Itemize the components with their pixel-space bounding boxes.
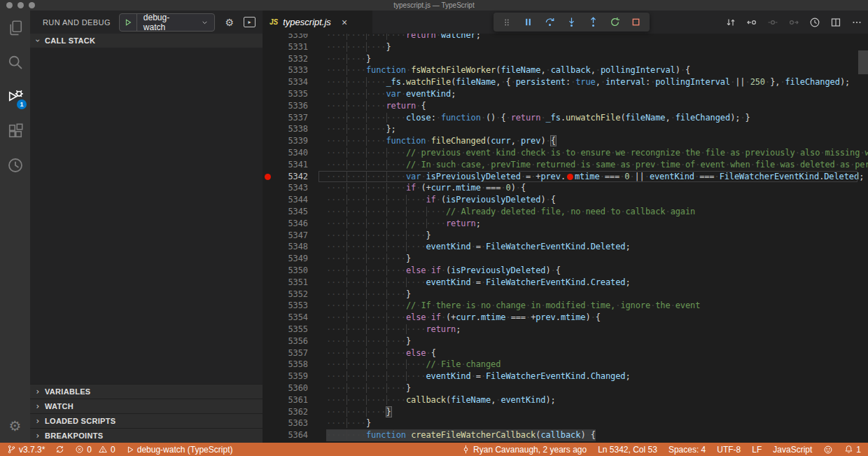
code-line-5353[interactable]: 5353················//·If·there·is·no·ch…: [262, 300, 868, 312]
editor-gutter[interactable]: 5362: [262, 406, 326, 418]
code-line-5334[interactable]: 5334············_fs.watchFile(fileName,·…: [262, 76, 868, 88]
next-change-button[interactable]: [788, 17, 799, 28]
breakpoint-margin[interactable]: [262, 100, 274, 112]
call-stack-content[interactable]: [30, 48, 262, 384]
code-line-5349[interactable]: 5349················}: [262, 253, 868, 265]
zoom-window-button[interactable]: [29, 2, 35, 8]
code-line-5339[interactable]: 5339············function·fileChanged(cur…: [262, 135, 868, 147]
breakpoint-indicator[interactable]: [262, 171, 274, 183]
code-line-5354[interactable]: 5354················else·if·(+curr.mtime…: [262, 312, 868, 324]
editor-gutter[interactable]: 5341: [262, 159, 326, 171]
breakpoint-margin[interactable]: [262, 312, 274, 324]
editor-gutter[interactable]: 5361: [262, 394, 326, 406]
breakpoint-margin[interactable]: [262, 206, 274, 218]
breakpoint-margin[interactable]: [262, 359, 274, 371]
editor-gutter[interactable]: 5358: [262, 359, 326, 371]
editor-gutter[interactable]: 5363: [262, 417, 326, 429]
code-line-5362[interactable]: 5362············}: [262, 406, 868, 418]
code-line-5350[interactable]: 5350················else·if·(isPreviousl…: [262, 265, 868, 277]
code-line-5336[interactable]: 5336············return·{: [262, 100, 868, 112]
loaded-scripts-section-header[interactable]: › LOADED SCRIPTS: [30, 413, 262, 428]
breakpoints-section-header[interactable]: › BREAKPOINTS: [30, 428, 262, 443]
editor-gutter[interactable]: 5335: [262, 88, 326, 100]
previous-change-button[interactable]: [746, 17, 757, 28]
manage-button[interactable]: ⚙: [0, 408, 30, 443]
code-line-5364[interactable]: 5364········function·createFileWatcherCa…: [262, 429, 868, 441]
open-debug-console-button[interactable]: ▸: [244, 17, 255, 27]
breakpoint-margin[interactable]: [262, 53, 274, 65]
toolbar-drag-handle[interactable]: [499, 15, 514, 30]
problems-status[interactable]: 0 0: [75, 445, 115, 455]
code-line-5360[interactable]: 5360················}: [262, 382, 868, 394]
editor-gutter[interactable]: 5348: [262, 241, 326, 253]
editor-gutter[interactable]: 5338: [262, 123, 326, 135]
sidebar-item-time-extension[interactable]: [0, 148, 30, 182]
cursor-position-status[interactable]: Ln 5342, Col 53: [598, 445, 657, 455]
breakpoint-margin[interactable]: [262, 123, 274, 135]
breakpoint-margin[interactable]: [262, 41, 274, 53]
breakpoint-margin[interactable]: [262, 289, 274, 300]
breakpoint-margin[interactable]: [262, 429, 274, 441]
variables-section-header[interactable]: › VARIABLES: [30, 384, 262, 399]
editor-gutter[interactable]: 5333: [262, 64, 326, 76]
editor-gutter[interactable]: 5353: [262, 300, 326, 312]
breakpoint-margin[interactable]: [262, 417, 274, 429]
editor-gutter[interactable]: 5336: [262, 100, 326, 112]
sidebar-item-extensions[interactable]: [0, 113, 30, 148]
code-line-5340[interactable]: 5340················//·previous·event·ki…: [262, 147, 868, 159]
breakpoint-margin[interactable]: [262, 371, 274, 382]
editor-gutter[interactable]: 5355: [262, 324, 326, 336]
breakpoint-margin[interactable]: [262, 34, 274, 41]
git-branch-status[interactable]: v3.7.3*: [7, 445, 45, 455]
editor-gutter[interactable]: 5360: [262, 382, 326, 394]
editor-gutter[interactable]: 5346: [262, 218, 326, 230]
code-line-5357[interactable]: 5357················else·{: [262, 347, 868, 359]
code-line-5352[interactable]: 5352················}: [262, 289, 868, 300]
editor-gutter[interactable]: 5349: [262, 253, 326, 265]
editor-gutter[interactable]: 5331: [262, 41, 326, 53]
code-line-5343[interactable]: 5343················if·(+curr.mtime·===·…: [262, 182, 868, 194]
breakpoint-margin[interactable]: [262, 277, 274, 289]
editor-gutter[interactable]: 5350: [262, 265, 326, 277]
code-line-5347[interactable]: 5347····················}: [262, 230, 868, 242]
editor-gutter[interactable]: 5332: [262, 53, 326, 65]
sidebar-item-search[interactable]: [0, 45, 30, 79]
tab-typescript-js[interactable]: JS typescript.js ×: [262, 11, 372, 34]
editor-gutter[interactable]: 5356: [262, 336, 326, 347]
editor-gutter[interactable]: 5344: [262, 194, 326, 206]
sidebar-item-explorer[interactable]: [0, 11, 30, 45]
breakpoint-margin[interactable]: [262, 241, 274, 253]
breakpoint-margin[interactable]: [262, 147, 274, 159]
step-out-button[interactable]: [585, 15, 601, 30]
breakpoint-margin[interactable]: [262, 394, 274, 406]
editor-gutter[interactable]: 5359: [262, 371, 326, 382]
restart-button[interactable]: [607, 15, 622, 30]
start-debugging-button[interactable]: [120, 14, 137, 31]
launch-config-dropdown[interactable]: debug-watch: [137, 13, 215, 32]
close-icon[interactable]: ×: [342, 18, 347, 27]
breakpoint-margin[interactable]: [262, 324, 274, 336]
editor-gutter[interactable]: 5343: [262, 182, 326, 194]
code-editor[interactable]: 5330················return·watcher;5331·…: [262, 34, 868, 443]
breakpoint-margin[interactable]: [262, 336, 274, 347]
editor-gutter[interactable]: 5334: [262, 76, 326, 88]
language-mode-status[interactable]: JavaScript: [773, 445, 812, 455]
breakpoint-margin[interactable]: [262, 347, 274, 359]
code-line-5351[interactable]: 5351····················eventKind·=·File…: [262, 277, 868, 289]
code-line-5332[interactable]: 5332········}: [262, 53, 868, 65]
code-line-5363[interactable]: 5363········}: [262, 417, 868, 429]
code-line-5344[interactable]: 5344····················if·(isPreviously…: [262, 194, 868, 206]
notifications-button[interactable]: 1: [844, 445, 861, 455]
sidebar-item-run-and-debug[interactable]: 1: [0, 79, 30, 113]
breakpoint-margin[interactable]: [262, 300, 274, 312]
code-line-5348[interactable]: 5348····················eventKind·=·File…: [262, 241, 868, 253]
more-actions-button[interactable]: [851, 17, 862, 28]
breakpoint-margin[interactable]: [262, 159, 274, 171]
editor-gutter[interactable]: 5357: [262, 347, 326, 359]
editor-gutter[interactable]: 5339: [262, 135, 326, 147]
timer-button[interactable]: [809, 17, 820, 28]
step-into-button[interactable]: [564, 15, 579, 30]
breakpoint-margin[interactable]: [262, 218, 274, 230]
configure-launch-button[interactable]: ⚙: [225, 18, 234, 27]
code-line-5335[interactable]: 5335············var·eventKind;: [262, 88, 868, 100]
